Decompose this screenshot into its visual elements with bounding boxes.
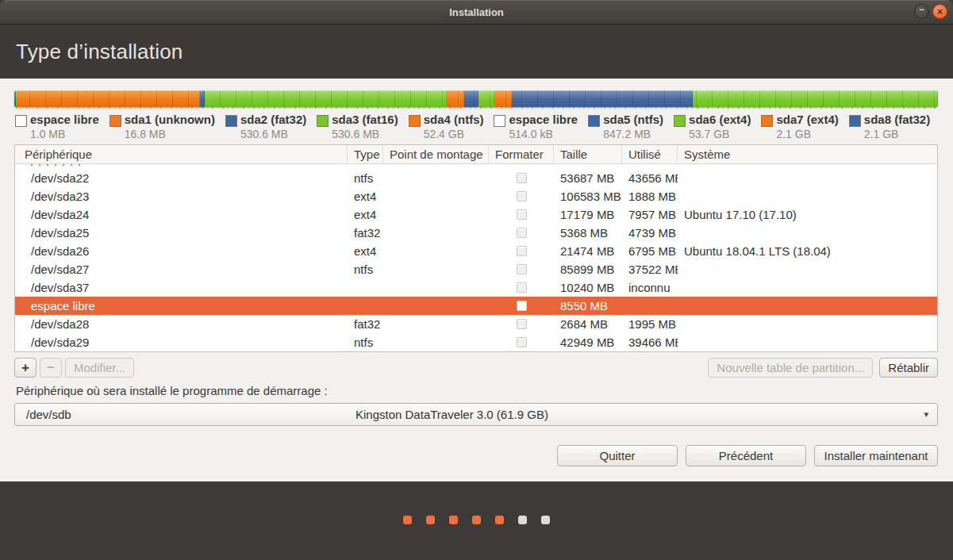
partition-segment-green bbox=[693, 90, 937, 107]
cell-mount bbox=[383, 297, 489, 315]
legend-size: 847.2 MB bbox=[603, 128, 663, 140]
format-checkbox[interactable] bbox=[517, 228, 527, 238]
format-checkbox[interactable] bbox=[517, 264, 527, 274]
format-checkbox[interactable] bbox=[517, 173, 527, 183]
cell-type bbox=[348, 278, 383, 297]
column-header: Type bbox=[348, 145, 383, 163]
cell-mount bbox=[383, 242, 489, 260]
format-checkbox[interactable] bbox=[517, 246, 527, 256]
cell-type: ext4 bbox=[348, 187, 383, 205]
cell-type bbox=[348, 297, 383, 315]
installer-window: Installation − × Type d’installation esp… bbox=[0, 0, 953, 560]
format-checkbox[interactable] bbox=[517, 301, 527, 311]
cell-size: 10240 MB bbox=[554, 278, 622, 297]
partition-bar bbox=[14, 90, 938, 107]
table-row[interactable]: /dev/sda3710240 MBinconnu bbox=[15, 278, 937, 297]
partition-segment-orange bbox=[17, 90, 200, 107]
cell-mount bbox=[383, 260, 489, 278]
table-body: /dev/sda22ntfs53687 MB43656 MB/dev/sda23… bbox=[15, 169, 937, 351]
legend-size: 514.0 kB bbox=[509, 128, 578, 140]
table-row[interactable]: /dev/sda29ntfs42949 MB39466 MB bbox=[15, 333, 937, 351]
column-header: Taille bbox=[554, 145, 622, 163]
cell-format bbox=[489, 278, 554, 297]
partition-segment-green bbox=[205, 90, 447, 107]
legend-size: 16.8 MB bbox=[125, 128, 215, 140]
format-checkbox[interactable] bbox=[517, 319, 527, 329]
legend-item: sda7 (ext4)2.1 GB bbox=[761, 113, 838, 140]
minimize-button[interactable]: − bbox=[914, 4, 929, 19]
cell-sys bbox=[678, 260, 937, 278]
format-checkbox[interactable] bbox=[517, 209, 527, 220]
legend-swatch bbox=[494, 115, 505, 127]
cell-size: 2684 MB bbox=[554, 315, 622, 333]
cell-sys bbox=[678, 169, 937, 187]
cell-mount bbox=[383, 333, 489, 351]
boot-device-description: Kingston DataTraveler 3.0 (61.9 GB) bbox=[355, 408, 548, 421]
add-partition-button[interactable]: + bbox=[14, 358, 37, 378]
legend-swatch bbox=[409, 115, 421, 127]
legend-label: sda8 (fat32) bbox=[864, 113, 930, 127]
cell-used: 1888 MB bbox=[622, 187, 678, 205]
column-header: Formater ? bbox=[489, 145, 554, 163]
action-buttons: Quitter Précédent Installer maintenant bbox=[557, 445, 938, 466]
cell-used: 37522 MB bbox=[622, 260, 678, 278]
partition-segment-blue bbox=[464, 90, 479, 107]
table-row[interactable]: /dev/sda28fat322684 MB1995 MB bbox=[15, 315, 937, 333]
close-icon: × bbox=[937, 7, 943, 17]
table-row[interactable]: /dev/sda25fat325368 MB4739 MB bbox=[15, 224, 937, 242]
legend-size: 53.7 GB bbox=[689, 128, 751, 140]
partition-bar-artifact bbox=[16, 106, 936, 109]
table-row[interactable]: /dev/sda23ext4106583 MB1888 MB bbox=[15, 187, 937, 205]
titlebar: Installation − × bbox=[0, 0, 953, 24]
minimize-icon: − bbox=[919, 5, 924, 14]
legend-size: 2.1 GB bbox=[864, 128, 930, 140]
cell-mount bbox=[383, 224, 489, 242]
table-row[interactable]: espace libre8550 MB bbox=[15, 297, 937, 315]
cell-type: ntfs bbox=[348, 333, 383, 351]
progress-dots bbox=[0, 516, 953, 524]
cell-size: 53687 MB bbox=[554, 169, 622, 187]
cell-size: 17179 MB bbox=[554, 205, 622, 224]
cell-sys: Ubuntu 18.04.1 LTS (18.04) bbox=[678, 242, 937, 260]
revert-button[interactable]: Rétablir bbox=[879, 358, 938, 378]
window-controls: − × bbox=[914, 4, 947, 19]
format-checkbox[interactable] bbox=[517, 337, 527, 347]
format-checkbox[interactable] bbox=[517, 282, 527, 293]
column-header: Périphérique bbox=[15, 145, 348, 163]
legend-item: sda5 (ntfs)847.2 MB bbox=[588, 113, 663, 140]
cell-format bbox=[489, 297, 554, 315]
legend-item: sda1 (unknown)16.8 MB bbox=[110, 113, 215, 140]
table-row[interactable]: /dev/sda26ext421474 MB6795 MBUbuntu 18.0… bbox=[15, 242, 937, 260]
legend-item: sda4 (ntfs)52.4 GB bbox=[409, 113, 484, 140]
legend-swatch bbox=[225, 115, 237, 127]
table-row[interactable]: /dev/sda27ntfs85899 MB37522 MB bbox=[15, 260, 937, 278]
legend-swatch bbox=[849, 115, 861, 127]
legend-swatch bbox=[317, 115, 329, 127]
legend-swatch bbox=[761, 115, 773, 127]
legend-item: espace libre514.0 kB bbox=[494, 113, 578, 140]
cell-format bbox=[489, 205, 554, 224]
cell-sys bbox=[678, 333, 937, 351]
cell-mount bbox=[383, 187, 489, 205]
install-now-button[interactable]: Installer maintenant bbox=[814, 445, 938, 466]
cell-sys: Ubuntu 17.10 (17.10) bbox=[678, 205, 937, 224]
boot-device-combobox[interactable]: /dev/sdb Kingston DataTraveler 3.0 (61.9… bbox=[14, 403, 938, 426]
column-header: Point de montage bbox=[383, 145, 489, 163]
cell-sys bbox=[678, 315, 937, 333]
table-row[interactable]: /dev/sda22ntfs53687 MB43656 MB bbox=[15, 169, 937, 187]
legend-swatch bbox=[674, 115, 686, 127]
cell-used: 1995 MB bbox=[622, 315, 678, 333]
remove-partition-button: − bbox=[40, 358, 62, 378]
cell-sys bbox=[678, 278, 937, 297]
table-row[interactable]: /dev/sda24ext417179 MB7957 MBUbuntu 17.1… bbox=[15, 205, 937, 224]
cell-format bbox=[489, 315, 554, 333]
boot-device-value: /dev/sdb bbox=[15, 408, 71, 421]
cell-dev: espace libre bbox=[15, 297, 348, 315]
cell-sys bbox=[678, 224, 937, 242]
quit-button[interactable]: Quitter bbox=[557, 445, 678, 466]
close-button[interactable]: × bbox=[932, 4, 947, 19]
back-button[interactable]: Précédent bbox=[686, 445, 806, 466]
format-checkbox[interactable] bbox=[517, 191, 527, 201]
progress-dot-inactive bbox=[518, 516, 527, 524]
cell-mount bbox=[383, 315, 489, 333]
